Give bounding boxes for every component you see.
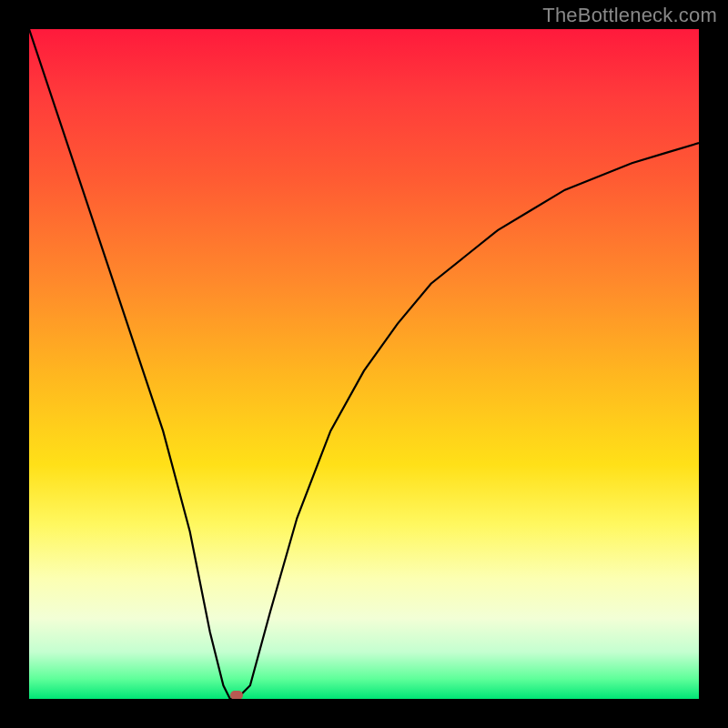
chart-frame: TheBottleneck.com (0, 0, 728, 728)
optimal-point-marker (230, 691, 243, 699)
watermark-text: TheBottleneck.com (542, 4, 717, 27)
bottleneck-curve (29, 29, 699, 699)
plot-area (29, 29, 699, 699)
